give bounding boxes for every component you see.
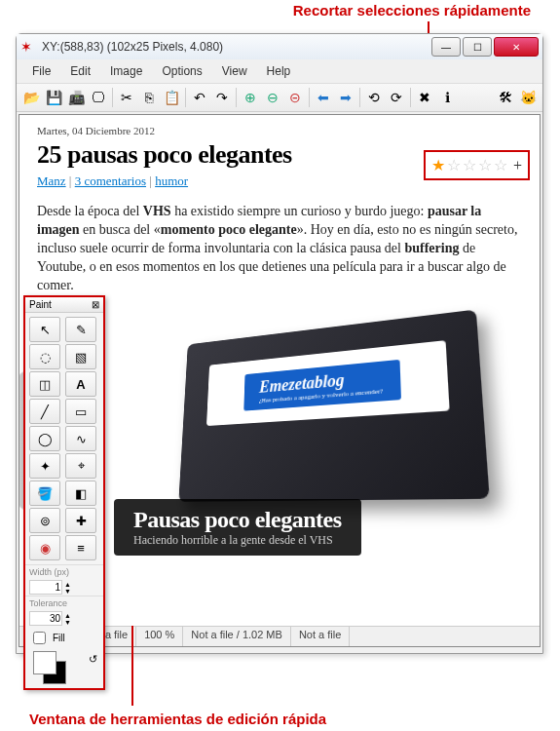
tol-down[interactable]: ▼ — [64, 619, 71, 626]
tool-redeye[interactable]: ◉ — [29, 535, 60, 560]
menubar: File Edit Image Options View Help — [17, 59, 542, 84]
foreground-swatch[interactable] — [33, 651, 56, 674]
article-image: Emezetablog ¿Has probado a apagarlo y vo… — [56, 314, 504, 587]
vhs-brand: Emezetablog ¿Has probado a apagarlo y vo… — [243, 360, 401, 411]
toolbar: 📂 💾 📠 🖵 ✂ ⎘ 📋 ↶ ↷ ⊕ ⊖ ⊝ ⬅ ➡ ⟲ ⟳ ✖ ℹ 🛠 🐱 — [17, 84, 542, 112]
cut-icon[interactable]: ✂ — [116, 87, 137, 108]
tool-lasso[interactable]: ◌ — [29, 344, 60, 369]
scan-icon[interactable]: 📠 — [65, 87, 87, 108]
tool-marquee[interactable]: ▧ — [65, 344, 96, 369]
info-icon[interactable]: ℹ — [436, 87, 458, 108]
minimize-button[interactable]: — — [431, 37, 461, 57]
zoom-reset-icon[interactable]: ⊝ — [284, 87, 306, 108]
width-down[interactable]: ▼ — [64, 588, 71, 595]
close-button[interactable]: ✕ — [494, 37, 539, 57]
zoom-out-icon[interactable]: ⊖ — [262, 87, 283, 108]
tool-blur[interactable]: ⊚ — [29, 508, 60, 533]
star-icon: ☆ — [447, 156, 461, 174]
zoom-in-icon[interactable]: ⊕ — [240, 87, 261, 108]
tool-sharpen[interactable]: ✦ — [29, 453, 60, 479]
vhs-cassette: Emezetablog ¿Has probado a apagarlo y vo… — [178, 310, 489, 502]
status-extra: Not a file — [291, 627, 350, 646]
color-swatch[interactable]: ↺ — [29, 651, 99, 686]
crop-selection[interactable]: ★ ☆ ☆ ☆ ☆ + — [424, 150, 530, 180]
width-up[interactable]: ▲ — [64, 581, 71, 588]
article-body: Desde la época del VHS ha existido siemp… — [37, 203, 522, 294]
menu-help[interactable]: Help — [257, 61, 301, 81]
menu-image[interactable]: Image — [100, 61, 152, 81]
annotation-crop: Recortar selecciones rápidamente — [293, 2, 531, 19]
paste-icon[interactable]: 📋 — [161, 87, 182, 108]
settings-icon[interactable]: 🛠 — [495, 87, 516, 108]
undo-icon[interactable]: ↶ — [189, 87, 210, 108]
tool-pointer[interactable]: ↖ — [29, 317, 60, 342]
tool-line[interactable]: ╱ — [29, 399, 60, 424]
prev-icon[interactable]: ⬅ — [313, 87, 334, 108]
delete-icon[interactable]: ✖ — [414, 87, 435, 108]
tool-fill[interactable]: 🪣 — [29, 481, 60, 506]
annotation-tools: Ventana de herramientas de edición rápid… — [29, 711, 326, 727]
slideshow-icon[interactable]: 🖵 — [88, 87, 109, 108]
paint-close-icon[interactable]: ⊠ — [92, 299, 99, 310]
tool-text[interactable]: A — [65, 371, 96, 397]
fill-checkbox[interactable] — [33, 632, 46, 644]
tool-straighten[interactable]: ≡ — [65, 535, 96, 560]
fill-label: Fill — [53, 633, 65, 643]
menu-view[interactable]: View — [212, 61, 257, 81]
tool-freehand[interactable]: ∿ — [65, 426, 96, 451]
status-zoom: 100 % — [136, 627, 183, 646]
annotation-tools-line — [131, 626, 133, 706]
category-link[interactable]: humor — [155, 173, 188, 188]
tool-rect[interactable]: ▭ — [65, 399, 96, 424]
save-icon[interactable]: 💾 — [43, 87, 64, 108]
paint-tools-window[interactable]: Paint ⊠ ↖ ✎ ◌ ▧ ◫ A ╱ ▭ ◯ ∿ ✦ ⌖ 🪣 ◧ ⊚ ✚ … — [23, 295, 105, 690]
tool-clone[interactable]: ⌖ — [65, 453, 96, 479]
width-label: Width (px) — [25, 564, 103, 579]
copy-icon[interactable]: ⎘ — [138, 87, 160, 108]
star-icon: ★ — [431, 156, 445, 174]
tol-up[interactable]: ▲ — [64, 612, 71, 619]
comments-link[interactable]: 3 comentarios — [75, 173, 146, 188]
star-icon: ☆ — [478, 156, 492, 174]
app-mascot-icon[interactable]: 🐱 — [517, 87, 539, 108]
titlebar: ✶ XY:(588,83) (102x25 Pixels, 4.080) — ☐… — [17, 34, 542, 59]
status-size: Not a file / 1.02 MB — [183, 627, 291, 646]
tolerance-label: Tolerance — [25, 596, 103, 610]
open-icon[interactable]: 📂 — [20, 87, 42, 108]
author-link[interactable]: Manz — [37, 173, 66, 188]
paint-titlebar[interactable]: Paint ⊠ — [25, 297, 103, 313]
tool-gradient[interactable]: ◧ — [65, 481, 96, 506]
crosshair-icon: + — [513, 157, 522, 174]
app-icon: ✶ — [20, 39, 36, 55]
article-date: Martes, 04 Diciembre 2012 — [37, 125, 522, 136]
star-icon: ☆ — [494, 156, 507, 174]
next-icon[interactable]: ➡ — [335, 87, 356, 108]
window-title: XY:(588,83) (102x25 Pixels, 4.080) — [42, 40, 431, 54]
width-input[interactable] — [29, 580, 62, 595]
menu-edit[interactable]: Edit — [60, 61, 100, 81]
tool-eyedropper[interactable]: ✎ — [65, 317, 96, 342]
tolerance-input[interactable] — [29, 611, 62, 626]
menu-options[interactable]: Options — [152, 61, 211, 81]
star-icon: ☆ — [463, 156, 476, 174]
tool-heal[interactable]: ✚ — [65, 508, 96, 533]
image-overlay-title: Pausas poco elegantes Haciendo horrible … — [114, 499, 361, 556]
maximize-button[interactable]: ☐ — [463, 37, 492, 57]
menu-file[interactable]: File — [22, 61, 60, 81]
rotate-ccw-icon[interactable]: ⟲ — [363, 87, 385, 108]
tool-eraser[interactable]: ◫ — [29, 371, 60, 397]
redo-icon[interactable]: ↷ — [211, 87, 233, 108]
swap-colors-icon[interactable]: ↺ — [89, 653, 97, 666]
rotate-cw-icon[interactable]: ⟳ — [386, 87, 407, 108]
tool-ellipse[interactable]: ◯ — [29, 426, 60, 451]
